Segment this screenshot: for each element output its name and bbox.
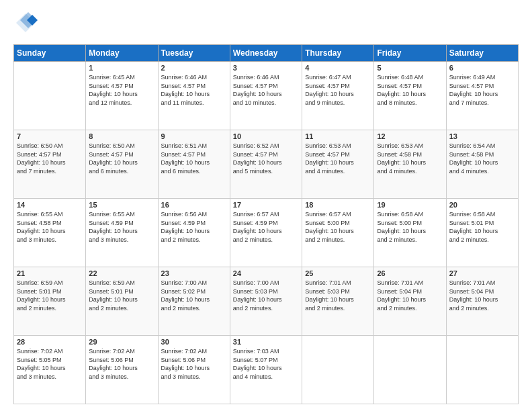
day-info: Sunrise: 7:00 AM Sunset: 5:02 PM Dayligh… (161, 279, 227, 312)
day-number: 13 (449, 132, 515, 140)
day-info: Sunrise: 6:47 AM Sunset: 4:57 PM Dayligh… (305, 73, 371, 107)
day-number: 22 (89, 269, 154, 277)
weekday-saturday: Saturday (446, 45, 518, 62)
calendar-cell: 27Sunrise: 7:01 AM Sunset: 5:04 PM Dayli… (446, 267, 518, 336)
day-info: Sunrise: 6:58 AM Sunset: 5:01 PM Dayligh… (449, 210, 515, 244)
day-info: Sunrise: 6:59 AM Sunset: 5:01 PM Dayligh… (89, 279, 154, 312)
day-info: Sunrise: 6:57 AM Sunset: 5:00 PM Dayligh… (305, 210, 371, 244)
day-info: Sunrise: 7:00 AM Sunset: 5:03 PM Dayligh… (233, 279, 299, 312)
day-info: Sunrise: 6:53 AM Sunset: 4:57 PM Dayligh… (305, 142, 371, 175)
day-number: 31 (233, 338, 299, 346)
day-number: 4 (305, 64, 371, 72)
calendar-cell: 3Sunrise: 6:46 AM Sunset: 4:57 PM Daylig… (230, 62, 302, 130)
day-number: 3 (233, 64, 299, 72)
day-number: 18 (305, 201, 371, 209)
day-number: 15 (89, 201, 154, 209)
calendar-cell: 28Sunrise: 7:02 AM Sunset: 5:05 PM Dayli… (14, 336, 86, 404)
weekday-thursday: Thursday (302, 45, 374, 62)
calendar-cell: 19Sunrise: 6:58 AM Sunset: 5:00 PM Dayli… (374, 199, 446, 267)
calendar-cell: 23Sunrise: 7:00 AM Sunset: 5:02 PM Dayli… (158, 267, 230, 336)
week-row-5: 28Sunrise: 7:02 AM Sunset: 5:05 PM Dayli… (14, 336, 519, 404)
day-number: 28 (17, 338, 83, 346)
day-info: Sunrise: 6:55 AM Sunset: 4:58 PM Dayligh… (17, 210, 83, 244)
day-info: Sunrise: 7:01 AM Sunset: 5:04 PM Dayligh… (377, 279, 443, 312)
logo-icon (13, 11, 38, 35)
day-number: 20 (449, 201, 515, 209)
day-number: 17 (233, 201, 299, 209)
day-number: 25 (305, 269, 371, 277)
day-info: Sunrise: 6:52 AM Sunset: 4:57 PM Dayligh… (233, 142, 299, 175)
calendar-cell: 2Sunrise: 6:46 AM Sunset: 4:57 PM Daylig… (158, 62, 230, 130)
day-number: 11 (305, 132, 371, 140)
day-info: Sunrise: 6:55 AM Sunset: 4:59 PM Dayligh… (89, 210, 154, 244)
day-number: 24 (233, 269, 299, 277)
day-number: 9 (161, 132, 227, 140)
day-info: Sunrise: 6:59 AM Sunset: 5:01 PM Dayligh… (17, 279, 83, 312)
day-number: 5 (377, 64, 443, 72)
calendar-cell: 10Sunrise: 6:52 AM Sunset: 4:57 PM Dayli… (230, 130, 302, 199)
day-info: Sunrise: 7:01 AM Sunset: 5:04 PM Dayligh… (449, 279, 515, 312)
calendar-cell (374, 336, 446, 404)
calendar-cell: 22Sunrise: 6:59 AM Sunset: 5:01 PM Dayli… (86, 267, 158, 336)
day-info: Sunrise: 6:54 AM Sunset: 4:58 PM Dayligh… (449, 142, 515, 175)
day-info: Sunrise: 6:50 AM Sunset: 4:57 PM Dayligh… (89, 142, 154, 175)
day-number: 16 (161, 201, 227, 209)
day-info: Sunrise: 6:46 AM Sunset: 4:57 PM Dayligh… (161, 73, 227, 107)
calendar-cell: 13Sunrise: 6:54 AM Sunset: 4:58 PM Dayli… (446, 130, 518, 199)
calendar-cell: 7Sunrise: 6:50 AM Sunset: 4:57 PM Daylig… (14, 130, 86, 199)
weekday-friday: Friday (374, 45, 446, 62)
day-number: 14 (17, 201, 83, 209)
weekday-monday: Monday (86, 45, 158, 62)
calendar-cell: 4Sunrise: 6:47 AM Sunset: 4:57 PM Daylig… (302, 62, 374, 130)
calendar-cell: 5Sunrise: 6:48 AM Sunset: 4:57 PM Daylig… (374, 62, 446, 130)
day-info: Sunrise: 6:45 AM Sunset: 4:57 PM Dayligh… (89, 73, 154, 107)
day-number: 23 (161, 269, 227, 277)
calendar-cell: 29Sunrise: 7:02 AM Sunset: 5:06 PM Dayli… (86, 336, 158, 404)
day-info: Sunrise: 7:02 AM Sunset: 5:05 PM Dayligh… (17, 347, 83, 381)
day-info: Sunrise: 7:02 AM Sunset: 5:06 PM Dayligh… (89, 347, 154, 381)
day-info: Sunrise: 6:53 AM Sunset: 4:58 PM Dayligh… (377, 142, 443, 175)
calendar-cell (446, 336, 518, 404)
day-number: 12 (377, 132, 443, 140)
day-info: Sunrise: 6:48 AM Sunset: 4:57 PM Dayligh… (377, 73, 443, 107)
calendar-cell: 20Sunrise: 6:58 AM Sunset: 5:01 PM Dayli… (446, 199, 518, 267)
calendar-cell: 18Sunrise: 6:57 AM Sunset: 5:00 PM Dayli… (302, 199, 374, 267)
calendar-cell: 1Sunrise: 6:45 AM Sunset: 4:57 PM Daylig… (86, 62, 158, 130)
day-info: Sunrise: 7:02 AM Sunset: 5:06 PM Dayligh… (161, 347, 227, 381)
logo (13, 11, 40, 38)
day-number: 27 (449, 269, 515, 277)
week-row-4: 21Sunrise: 6:59 AM Sunset: 5:01 PM Dayli… (14, 267, 519, 336)
day-number: 7 (17, 132, 83, 140)
day-info: Sunrise: 6:49 AM Sunset: 4:57 PM Dayligh… (449, 73, 515, 107)
day-number: 26 (377, 269, 443, 277)
week-row-1: 1Sunrise: 6:45 AM Sunset: 4:57 PM Daylig… (14, 62, 519, 130)
calendar-cell: 31Sunrise: 7:03 AM Sunset: 5:07 PM Dayli… (230, 336, 302, 404)
day-info: Sunrise: 6:58 AM Sunset: 5:00 PM Dayligh… (377, 210, 443, 244)
day-number: 19 (377, 201, 443, 209)
day-info: Sunrise: 6:50 AM Sunset: 4:57 PM Dayligh… (17, 142, 83, 175)
day-info: Sunrise: 6:57 AM Sunset: 4:59 PM Dayligh… (233, 210, 299, 244)
calendar-cell: 30Sunrise: 7:02 AM Sunset: 5:06 PM Dayli… (158, 336, 230, 404)
calendar-cell: 6Sunrise: 6:49 AM Sunset: 4:57 PM Daylig… (446, 62, 518, 130)
calendar-cell: 14Sunrise: 6:55 AM Sunset: 4:58 PM Dayli… (14, 199, 86, 267)
calendar-cell (14, 62, 86, 130)
calendar-cell: 8Sunrise: 6:50 AM Sunset: 4:57 PM Daylig… (86, 130, 158, 199)
day-number: 2 (161, 64, 227, 72)
weekday-header-row: SundayMondayTuesdayWednesdayThursdayFrid… (14, 45, 519, 62)
calendar-cell: 21Sunrise: 6:59 AM Sunset: 5:01 PM Dayli… (14, 267, 86, 336)
day-number: 21 (17, 269, 83, 277)
day-number: 1 (89, 64, 154, 72)
day-number: 6 (449, 64, 515, 72)
calendar-cell: 24Sunrise: 7:00 AM Sunset: 5:03 PM Dayli… (230, 267, 302, 336)
week-row-2: 7Sunrise: 6:50 AM Sunset: 4:57 PM Daylig… (14, 130, 519, 199)
page: SundayMondayTuesdayWednesdayThursdayFrid… (0, 0, 532, 411)
day-number: 29 (89, 338, 154, 346)
week-row-3: 14Sunrise: 6:55 AM Sunset: 4:58 PM Dayli… (14, 199, 519, 267)
day-number: 10 (233, 132, 299, 140)
calendar-cell: 12Sunrise: 6:53 AM Sunset: 4:58 PM Dayli… (374, 130, 446, 199)
weekday-tuesday: Tuesday (158, 45, 230, 62)
weekday-sunday: Sunday (14, 45, 86, 62)
calendar-cell: 26Sunrise: 7:01 AM Sunset: 5:04 PM Dayli… (374, 267, 446, 336)
calendar-cell (302, 336, 374, 404)
calendar-cell: 25Sunrise: 7:01 AM Sunset: 5:03 PM Dayli… (302, 267, 374, 336)
